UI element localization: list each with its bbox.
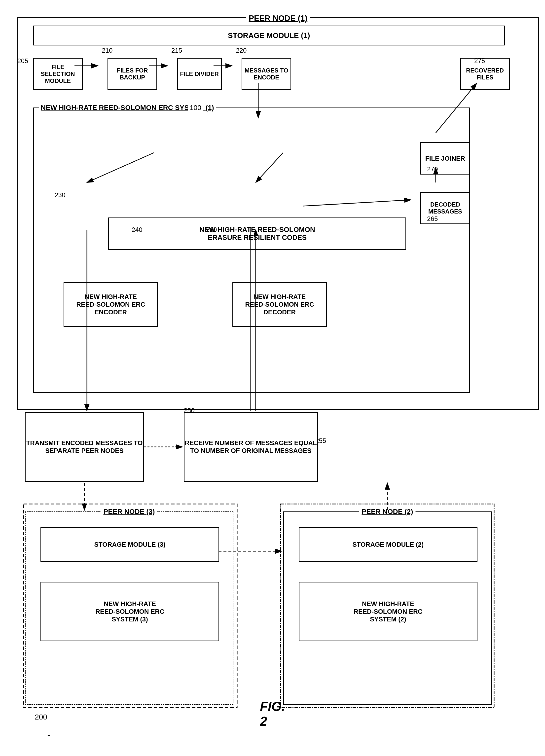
encoder-label: NEW HIGH-RATE REED-SOLOMON ERC ENCODER [76,293,145,316]
storage-module-1-label: STORAGE MODULE (1) [228,31,310,40]
ref-215: 215 [171,47,182,54]
recovered-files-label: RECOVERED FILES [463,67,507,81]
fig-label: FIG. 2 [260,699,285,729]
storage-module-2-label: STORAGE MODULE (2) [353,541,424,548]
erc-system-3-label: NEW HIGH-RATE REED-SOLOMON ERC SYSTEM (3… [95,600,164,623]
file-selection-box: FILE SELECTION MODULE [33,58,83,90]
decoder-box: NEW HIGH-RATE REED-SOLOMON ERC DECODER [232,282,327,327]
fig-ref-area: 200 [35,713,47,721]
receive-box: RECEIVE NUMBER OF MESSAGES EQUAL TO NUMB… [184,412,318,482]
peer-node-1-box: PEER NODE (1) STORAGE MODULE (1) FILE SE… [17,17,539,410]
erc-system-1-box: NEW HIGH-RATE REED-SOLOMON ERC SYSTEM (1… [33,108,470,393]
messages-to-encode-label: MESSAGES TO ENCODE [244,67,289,81]
erc-system-3-box: NEW HIGH-RATE REED-SOLOMON ERC SYSTEM (3… [40,582,219,641]
files-for-backup-label: FILES FOR BACKUP [110,67,154,81]
transmit-box: TRANSMIT ENCODED MESSAGES TO SEPARATE PE… [25,412,144,482]
ref-230: 230 [55,191,65,199]
ref-260: 260 [206,226,217,234]
erc-system-1-ref: 100 [188,104,203,112]
files-for-backup-box: FILES FOR BACKUP [108,58,157,90]
ref-205: 205 [17,57,28,65]
decoder-label: NEW HIGH-RATE REED-SOLOMON ERC DECODER [245,293,314,316]
ref-240: 240 [132,226,142,234]
storage-module-3-label: STORAGE MODULE (3) [94,541,166,548]
receive-label: RECEIVE NUMBER OF MESSAGES EQUAL TO NUMB… [184,439,317,455]
erc-system-2-label: NEW HIGH-RATE REED-SOLOMON ERC SYSTEM (2… [354,600,422,623]
ref-220: 220 [236,47,247,54]
file-divider-box: FILE DIVIDER [177,58,222,90]
messages-to-encode-box: MESSAGES TO ENCODE [242,58,291,90]
storage-module-1-box: STORAGE MODULE (1) [33,26,505,45]
peer-node-2-box: PEER NODE (2) STORAGE MODULE (2) NEW HIG… [283,511,492,705]
storage-module-3-box: STORAGE MODULE (3) [40,527,219,562]
storage-module-2-box: STORAGE MODULE (2) [299,527,477,562]
ref-265: 265 [427,215,438,223]
peer-node-2-title: PEER NODE (2) [359,508,416,516]
transmit-label: TRANSMIT ENCODED MESSAGES TO SEPARATE PE… [26,439,143,455]
fig-ref: 200 [35,713,47,721]
file-divider-label: FILE DIVIDER [180,71,219,77]
ref-275: 275 [474,57,485,65]
ref-210: 210 [102,47,112,54]
file-selection-label: FILE SELECTION MODULE [36,64,80,84]
file-joiner-label: FILE JOINER [425,155,465,162]
encoder-box: NEW HIGH-RATE REED-SOLOMON ERC ENCODER [64,282,158,327]
peer-node-3-title: PEER NODE (3) [101,508,157,516]
peer-node-3-box: PEER NODE (3) STORAGE MODULE (3) NEW HIG… [25,511,233,705]
decoded-messages-label: DECODED MESSAGES [421,201,469,215]
ref-270: 270 [427,165,438,173]
peer-node-1-title: PEER NODE (1) [246,14,310,23]
svg-line-21 [38,735,50,736]
erasure-codes-box: NEW HIGH-RATE REED-SOLOMON ERASURE RESIL… [108,217,406,250]
erc-system-2-box: NEW HIGH-RATE REED-SOLOMON ERC SYSTEM (2… [299,582,477,641]
